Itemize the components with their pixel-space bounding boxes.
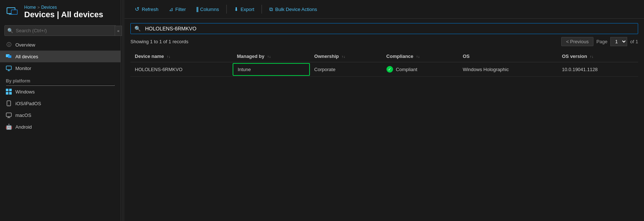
compliance-container: ✓ Compliant (386, 66, 454, 73)
nav-windows-label: Windows (15, 89, 35, 95)
breadcrumb-separator: > (37, 5, 40, 10)
nav-ios[interactable]: iOS/iPadOS (0, 97, 121, 109)
col-device-name[interactable]: Device name ↑↓ (130, 51, 233, 62)
devices-table: Device name ↑↓ Managed by ↑↓ Ownership ↑… (130, 51, 638, 77)
collapse-sidebar-button[interactable]: « (115, 26, 122, 36)
page-label: Page (596, 39, 607, 44)
compliant-icon: ✓ (386, 66, 393, 73)
monitor-icon (6, 65, 12, 71)
sidebar: Home > Devices Devices | All devices 🔍 «… (0, 0, 121, 221)
breadcrumb-home[interactable]: Home (24, 5, 36, 10)
export-button[interactable]: ⬇ Export (230, 4, 259, 14)
cell-ownership: Corporate (310, 62, 382, 77)
overview-icon: ⓘ (6, 42, 12, 48)
toolbar-separator-1 (226, 5, 227, 14)
export-icon: ⬇ (234, 6, 238, 12)
columns-button[interactable]: ||| Columns (192, 4, 223, 14)
svg-rect-11 (9, 89, 12, 91)
compliance-label: Compliant (396, 67, 418, 72)
pagination: < Previous Page 1 of 1 (561, 37, 638, 46)
platform-section-label: By platform (0, 74, 121, 85)
cell-os-version: 10.0.19041.1128 (558, 62, 638, 77)
toolbar: ↺ Refresh ⊿ Filter ||| Columns ⬇ Export … (125, 0, 644, 19)
nav-macos[interactable]: macOS (0, 109, 121, 121)
breadcrumb: Home > Devices (24, 5, 103, 10)
columns-label: Columns (200, 7, 219, 12)
cell-managed-by: Intune (233, 62, 310, 77)
refresh-icon: ↺ (135, 6, 140, 12)
filter-icon: ⊿ (169, 6, 173, 12)
filter-label: Filter (175, 7, 186, 12)
sidebar-scrollbar[interactable] (122, 0, 125, 221)
sort-icon-compliance: ↑↓ (416, 55, 420, 59)
refresh-button[interactable]: ↺ Refresh (130, 4, 163, 15)
page-select[interactable]: 1 (610, 37, 627, 46)
svg-rect-4 (12, 10, 17, 14)
nav-android-label: Android (15, 124, 32, 130)
table-header-row: Device name ↑↓ Managed by ↑↓ Ownership ↑… (130, 51, 638, 62)
title-block: Home > Devices Devices | All devices (24, 5, 103, 19)
sort-icon-device-name: ↑↓ (167, 55, 170, 59)
sort-icon-managed-by: ↑↓ (267, 55, 271, 59)
bulk-actions-icon: ⧉ (269, 6, 273, 12)
cell-os: Windows Holographic (458, 62, 558, 77)
col-os[interactable]: OS (458, 51, 558, 62)
filter-button[interactable]: ⊿ Filter (164, 4, 190, 14)
nav-android[interactable]: 🤖 Android (0, 121, 121, 133)
col-os-version[interactable]: OS version ↑↓ (558, 51, 638, 62)
managed-by-highlighted: Intune (233, 63, 310, 76)
sort-icon-ownership: ↑↓ (342, 55, 345, 59)
windows-icon (6, 89, 12, 95)
nav-windows[interactable]: Windows (0, 86, 121, 97)
col-compliance[interactable]: Compliance ↑↓ (382, 51, 459, 62)
sidebar-search-container: 🔍 « (4, 25, 116, 36)
sidebar-search-input[interactable] (4, 25, 116, 36)
table-row[interactable]: HOLOLENS-6RMKVO Intune Corporate ✓ Compl… (130, 62, 638, 77)
breadcrumb-current[interactable]: Devices (41, 5, 57, 10)
toolbar-separator-2 (262, 5, 262, 14)
previous-button[interactable]: < Previous (561, 37, 593, 46)
svg-rect-13 (9, 92, 12, 95)
nav-all-devices[interactable]: All devices (0, 51, 121, 62)
svg-point-15 (8, 105, 9, 106)
svg-rect-6 (8, 55, 11, 58)
device-search-input[interactable] (144, 25, 634, 32)
cell-device-name: HOLOLENS-6RMKVO (130, 62, 233, 77)
device-filter-search: 🔍 (130, 23, 638, 34)
records-info-bar: Showing 1 to 1 of 1 records < Previous P… (130, 37, 638, 46)
svg-rect-10 (6, 89, 8, 91)
col-ownership[interactable]: Ownership ↑↓ (310, 51, 382, 62)
nav-overview-label: Overview (15, 42, 35, 48)
svg-rect-16 (6, 113, 11, 117)
svg-rect-12 (6, 92, 8, 95)
content-area: 🔍 Showing 1 to 1 of 1 records < Previous… (125, 19, 644, 221)
records-count: Showing 1 to 1 of 1 records (130, 39, 188, 44)
page-title: Devices | All devices (24, 10, 103, 19)
bulk-actions-button[interactable]: ⧉ Bulk Device Actions (265, 4, 321, 15)
col-managed-by[interactable]: Managed by ↑↓ (233, 51, 310, 62)
page-header: Home > Devices Devices | All devices (0, 0, 121, 22)
nav-macos-label: macOS (15, 113, 31, 118)
refresh-label: Refresh (142, 7, 159, 12)
of-total-pages: of 1 (630, 39, 638, 44)
nav-monitor[interactable]: Monitor (0, 62, 121, 74)
ios-icon (6, 100, 12, 106)
columns-icon: ||| (196, 6, 198, 12)
nav-monitor-label: Monitor (15, 66, 31, 71)
nav-overview[interactable]: ⓘ Overview (0, 39, 121, 51)
filter-search-icon: 🔍 (134, 26, 141, 32)
export-label: Export (241, 7, 255, 12)
cell-compliance: ✓ Compliant (382, 62, 459, 77)
nav-all-devices-label: All devices (15, 54, 38, 59)
svg-rect-7 (6, 66, 11, 70)
android-icon: 🤖 (6, 124, 12, 130)
search-icon: 🔍 (7, 28, 13, 33)
main-content: ↺ Refresh ⊿ Filter ||| Columns ⬇ Export … (125, 0, 644, 221)
sort-icon-os-version: ↑↓ (590, 55, 593, 59)
nav-ios-label: iOS/iPadOS (15, 101, 41, 106)
bulk-actions-label: Bulk Device Actions (275, 7, 317, 12)
devices-icon (6, 4, 20, 19)
all-devices-icon (6, 54, 12, 59)
macos-icon (6, 112, 12, 118)
